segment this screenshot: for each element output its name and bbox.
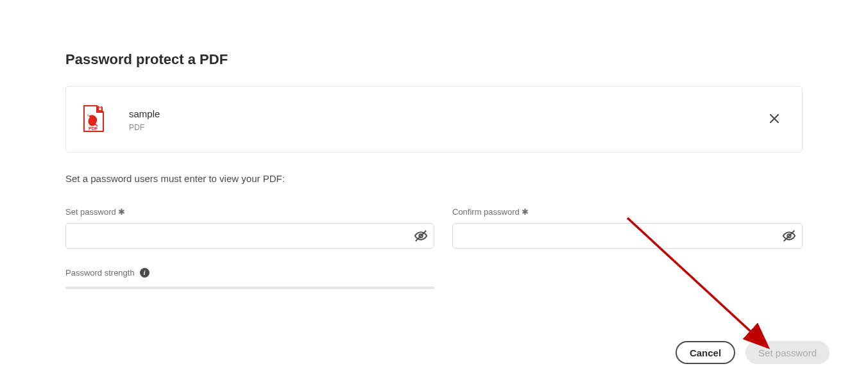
- instruction-text: Set a password users must enter to view …: [65, 173, 803, 184]
- confirm-password-label: Confirm password ✱: [452, 207, 803, 217]
- svg-rect-1: [99, 108, 101, 111]
- set-password-label: Set password ✱: [65, 207, 434, 217]
- password-strength-label: Password strength: [65, 268, 135, 278]
- remove-file-button[interactable]: [766, 110, 783, 129]
- close-icon: [769, 113, 780, 124]
- toggle-visibility-button[interactable]: [414, 229, 428, 243]
- set-password-input[interactable]: [65, 223, 434, 249]
- password-strength-bar: [65, 287, 434, 289]
- file-type: PDF: [129, 123, 766, 132]
- svg-text:PDF: PDF: [89, 126, 98, 131]
- page-title: Password protect a PDF: [65, 51, 803, 68]
- file-card: PDF sample PDF: [65, 86, 803, 153]
- cancel-button[interactable]: Cancel: [676, 341, 735, 364]
- toggle-visibility-button-confirm[interactable]: [782, 229, 796, 243]
- file-info: sample PDF: [129, 108, 766, 132]
- eye-off-icon: [414, 229, 428, 243]
- pdf-lock-icon: PDF: [81, 104, 106, 135]
- eye-off-icon: [782, 229, 796, 243]
- password-strength-section: Password strength i: [65, 268, 434, 289]
- confirm-password-input[interactable]: [452, 223, 803, 249]
- info-icon[interactable]: i: [140, 268, 149, 278]
- set-password-button[interactable]: Set password: [745, 341, 830, 364]
- file-name: sample: [129, 108, 766, 119]
